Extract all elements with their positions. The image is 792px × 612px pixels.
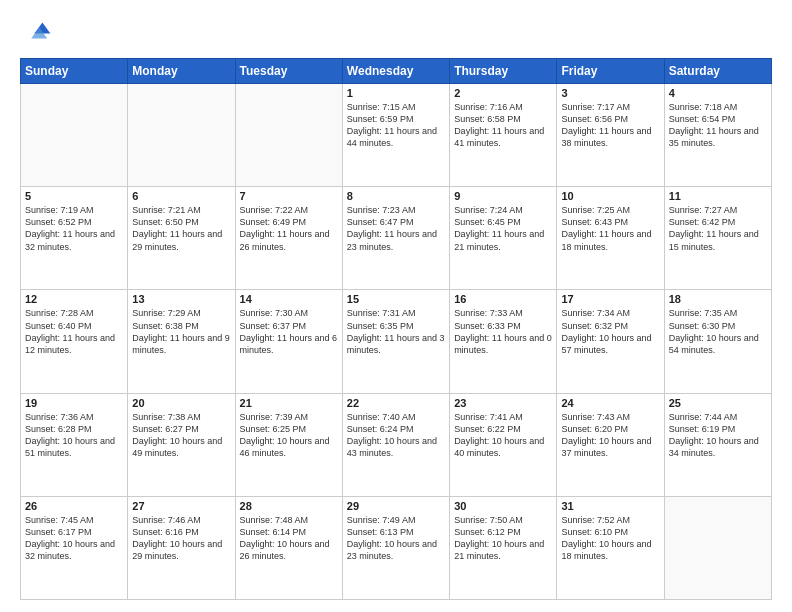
calendar-cell: 10Sunrise: 7:25 AM Sunset: 6:43 PM Dayli… xyxy=(557,187,664,290)
day-number: 15 xyxy=(347,293,445,305)
day-info: Sunrise: 7:50 AM Sunset: 6:12 PM Dayligh… xyxy=(454,514,552,563)
day-number: 23 xyxy=(454,397,552,409)
day-info: Sunrise: 7:21 AM Sunset: 6:50 PM Dayligh… xyxy=(132,204,230,253)
day-info: Sunrise: 7:22 AM Sunset: 6:49 PM Dayligh… xyxy=(240,204,338,253)
day-number: 22 xyxy=(347,397,445,409)
calendar-cell: 24Sunrise: 7:43 AM Sunset: 6:20 PM Dayli… xyxy=(557,393,664,496)
day-info: Sunrise: 7:30 AM Sunset: 6:37 PM Dayligh… xyxy=(240,307,338,356)
day-info: Sunrise: 7:31 AM Sunset: 6:35 PM Dayligh… xyxy=(347,307,445,356)
day-info: Sunrise: 7:38 AM Sunset: 6:27 PM Dayligh… xyxy=(132,411,230,460)
day-number: 28 xyxy=(240,500,338,512)
day-info: Sunrise: 7:16 AM Sunset: 6:58 PM Dayligh… xyxy=(454,101,552,150)
day-number: 27 xyxy=(132,500,230,512)
day-number: 9 xyxy=(454,190,552,202)
calendar-day-header: Thursday xyxy=(450,59,557,84)
calendar-cell: 29Sunrise: 7:49 AM Sunset: 6:13 PM Dayli… xyxy=(342,496,449,599)
day-info: Sunrise: 7:35 AM Sunset: 6:30 PM Dayligh… xyxy=(669,307,767,356)
calendar-day-header: Friday xyxy=(557,59,664,84)
day-number: 30 xyxy=(454,500,552,512)
day-info: Sunrise: 7:15 AM Sunset: 6:59 PM Dayligh… xyxy=(347,101,445,150)
calendar-cell: 25Sunrise: 7:44 AM Sunset: 6:19 PM Dayli… xyxy=(664,393,771,496)
calendar-cell: 23Sunrise: 7:41 AM Sunset: 6:22 PM Dayli… xyxy=(450,393,557,496)
calendar-cell: 26Sunrise: 7:45 AM Sunset: 6:17 PM Dayli… xyxy=(21,496,128,599)
day-info: Sunrise: 7:25 AM Sunset: 6:43 PM Dayligh… xyxy=(561,204,659,253)
day-number: 16 xyxy=(454,293,552,305)
calendar-day-header: Monday xyxy=(128,59,235,84)
day-number: 20 xyxy=(132,397,230,409)
calendar-week-row: 1Sunrise: 7:15 AM Sunset: 6:59 PM Daylig… xyxy=(21,84,772,187)
calendar-week-row: 12Sunrise: 7:28 AM Sunset: 6:40 PM Dayli… xyxy=(21,290,772,393)
day-info: Sunrise: 7:44 AM Sunset: 6:19 PM Dayligh… xyxy=(669,411,767,460)
calendar-week-row: 26Sunrise: 7:45 AM Sunset: 6:17 PM Dayli… xyxy=(21,496,772,599)
day-info: Sunrise: 7:40 AM Sunset: 6:24 PM Dayligh… xyxy=(347,411,445,460)
day-info: Sunrise: 7:41 AM Sunset: 6:22 PM Dayligh… xyxy=(454,411,552,460)
calendar-cell: 27Sunrise: 7:46 AM Sunset: 6:16 PM Dayli… xyxy=(128,496,235,599)
day-number: 19 xyxy=(25,397,123,409)
calendar-cell: 9Sunrise: 7:24 AM Sunset: 6:45 PM Daylig… xyxy=(450,187,557,290)
day-number: 6 xyxy=(132,190,230,202)
day-info: Sunrise: 7:18 AM Sunset: 6:54 PM Dayligh… xyxy=(669,101,767,150)
day-number: 12 xyxy=(25,293,123,305)
day-info: Sunrise: 7:45 AM Sunset: 6:17 PM Dayligh… xyxy=(25,514,123,563)
calendar-cell: 6Sunrise: 7:21 AM Sunset: 6:50 PM Daylig… xyxy=(128,187,235,290)
day-info: Sunrise: 7:29 AM Sunset: 6:38 PM Dayligh… xyxy=(132,307,230,356)
calendar-cell: 4Sunrise: 7:18 AM Sunset: 6:54 PM Daylig… xyxy=(664,84,771,187)
logo-icon xyxy=(20,16,52,48)
calendar-week-row: 5Sunrise: 7:19 AM Sunset: 6:52 PM Daylig… xyxy=(21,187,772,290)
day-number: 18 xyxy=(669,293,767,305)
calendar-cell: 18Sunrise: 7:35 AM Sunset: 6:30 PM Dayli… xyxy=(664,290,771,393)
calendar-cell: 7Sunrise: 7:22 AM Sunset: 6:49 PM Daylig… xyxy=(235,187,342,290)
calendar-day-header: Sunday xyxy=(21,59,128,84)
day-number: 5 xyxy=(25,190,123,202)
calendar-header-row: SundayMondayTuesdayWednesdayThursdayFrid… xyxy=(21,59,772,84)
day-number: 1 xyxy=(347,87,445,99)
calendar-table: SundayMondayTuesdayWednesdayThursdayFrid… xyxy=(20,58,772,600)
calendar-cell: 13Sunrise: 7:29 AM Sunset: 6:38 PM Dayli… xyxy=(128,290,235,393)
day-number: 14 xyxy=(240,293,338,305)
day-number: 7 xyxy=(240,190,338,202)
calendar-cell: 17Sunrise: 7:34 AM Sunset: 6:32 PM Dayli… xyxy=(557,290,664,393)
day-number: 29 xyxy=(347,500,445,512)
calendar-day-header: Tuesday xyxy=(235,59,342,84)
logo xyxy=(20,16,56,48)
day-info: Sunrise: 7:28 AM Sunset: 6:40 PM Dayligh… xyxy=(25,307,123,356)
calendar-cell: 21Sunrise: 7:39 AM Sunset: 6:25 PM Dayli… xyxy=(235,393,342,496)
day-info: Sunrise: 7:49 AM Sunset: 6:13 PM Dayligh… xyxy=(347,514,445,563)
calendar-cell xyxy=(664,496,771,599)
calendar-cell xyxy=(21,84,128,187)
day-info: Sunrise: 7:36 AM Sunset: 6:28 PM Dayligh… xyxy=(25,411,123,460)
calendar-cell: 28Sunrise: 7:48 AM Sunset: 6:14 PM Dayli… xyxy=(235,496,342,599)
day-number: 11 xyxy=(669,190,767,202)
calendar-cell: 11Sunrise: 7:27 AM Sunset: 6:42 PM Dayli… xyxy=(664,187,771,290)
day-number: 13 xyxy=(132,293,230,305)
calendar-cell: 8Sunrise: 7:23 AM Sunset: 6:47 PM Daylig… xyxy=(342,187,449,290)
day-info: Sunrise: 7:39 AM Sunset: 6:25 PM Dayligh… xyxy=(240,411,338,460)
day-number: 21 xyxy=(240,397,338,409)
day-number: 2 xyxy=(454,87,552,99)
calendar-cell: 19Sunrise: 7:36 AM Sunset: 6:28 PM Dayli… xyxy=(21,393,128,496)
day-info: Sunrise: 7:33 AM Sunset: 6:33 PM Dayligh… xyxy=(454,307,552,356)
day-info: Sunrise: 7:27 AM Sunset: 6:42 PM Dayligh… xyxy=(669,204,767,253)
day-info: Sunrise: 7:24 AM Sunset: 6:45 PM Dayligh… xyxy=(454,204,552,253)
day-info: Sunrise: 7:23 AM Sunset: 6:47 PM Dayligh… xyxy=(347,204,445,253)
day-number: 31 xyxy=(561,500,659,512)
day-number: 4 xyxy=(669,87,767,99)
calendar-cell: 31Sunrise: 7:52 AM Sunset: 6:10 PM Dayli… xyxy=(557,496,664,599)
day-info: Sunrise: 7:52 AM Sunset: 6:10 PM Dayligh… xyxy=(561,514,659,563)
day-info: Sunrise: 7:46 AM Sunset: 6:16 PM Dayligh… xyxy=(132,514,230,563)
calendar-cell: 2Sunrise: 7:16 AM Sunset: 6:58 PM Daylig… xyxy=(450,84,557,187)
day-info: Sunrise: 7:17 AM Sunset: 6:56 PM Dayligh… xyxy=(561,101,659,150)
calendar-cell: 14Sunrise: 7:30 AM Sunset: 6:37 PM Dayli… xyxy=(235,290,342,393)
calendar-day-header: Wednesday xyxy=(342,59,449,84)
calendar-cell xyxy=(235,84,342,187)
day-number: 10 xyxy=(561,190,659,202)
day-number: 24 xyxy=(561,397,659,409)
day-info: Sunrise: 7:48 AM Sunset: 6:14 PM Dayligh… xyxy=(240,514,338,563)
day-info: Sunrise: 7:34 AM Sunset: 6:32 PM Dayligh… xyxy=(561,307,659,356)
calendar-cell: 5Sunrise: 7:19 AM Sunset: 6:52 PM Daylig… xyxy=(21,187,128,290)
calendar-day-header: Saturday xyxy=(664,59,771,84)
calendar-cell xyxy=(128,84,235,187)
day-number: 25 xyxy=(669,397,767,409)
calendar-cell: 3Sunrise: 7:17 AM Sunset: 6:56 PM Daylig… xyxy=(557,84,664,187)
calendar-cell: 12Sunrise: 7:28 AM Sunset: 6:40 PM Dayli… xyxy=(21,290,128,393)
